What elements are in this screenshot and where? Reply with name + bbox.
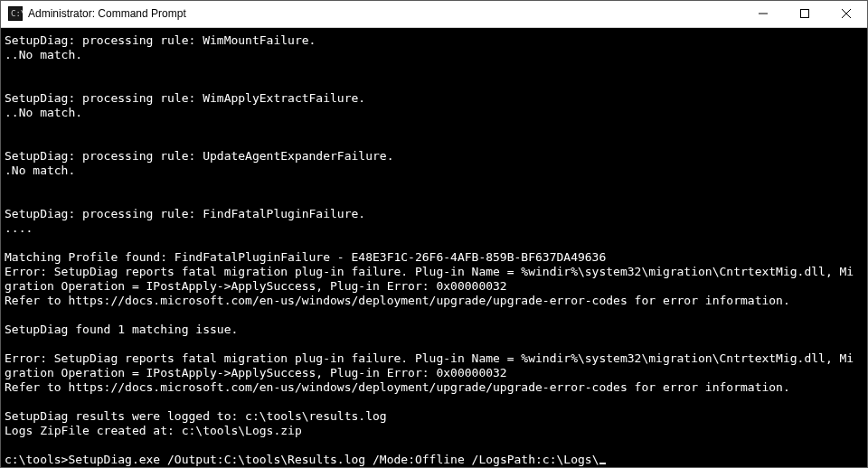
- console-line: [5, 120, 863, 135]
- console-line: [5, 236, 863, 250]
- console-line: [5, 395, 863, 409]
- minimize-button[interactable]: [742, 1, 784, 27]
- window-title: Administrator: Command Prompt: [28, 7, 186, 20]
- console-line: [5, 337, 863, 351]
- command-prompt-window: C:\ Administrator: Command Prompt SetupD…: [0, 0, 868, 468]
- maximize-button[interactable]: [784, 1, 826, 27]
- cmd-icon: C:\: [8, 6, 23, 21]
- console-line: ..No match.: [5, 48, 863, 62]
- console-line: [5, 135, 863, 149]
- console-line: SetupDiag results were logged to: c:\too…: [5, 409, 863, 424]
- prompt-text: c:\tools>: [5, 453, 68, 466]
- console-line: [5, 77, 863, 91]
- console-output-area[interactable]: SetupDiag: processing rule: WimMountFail…: [1, 28, 867, 467]
- command-text: SetupDiag.exe /Output:C:\tools\Results.l…: [68, 453, 599, 466]
- titlebar[interactable]: C:\ Administrator: Command Prompt: [1, 1, 867, 28]
- console-line: Logs ZipFile created at: c:\tools\Logs.z…: [5, 424, 863, 438]
- console-line: Refer to https://docs.microsoft.com/en-u…: [5, 380, 863, 395]
- console-line: Error: SetupDiag reports fatal migration…: [5, 265, 863, 279]
- console-prompt-line[interactable]: c:\tools>SetupDiag.exe /Output:C:\tools\…: [5, 453, 863, 467]
- console-line: Refer to https://docs.microsoft.com/en-u…: [5, 294, 863, 308]
- console-line: .No match.: [5, 164, 863, 178]
- text-cursor: [599, 463, 606, 464]
- console-line: SetupDiag: processing rule: FindFatalPlu…: [5, 207, 863, 221]
- console-line: SetupDiag: processing rule: WimMountFail…: [5, 33, 863, 48]
- console-line: [5, 178, 863, 192]
- console-line: Matching Profile found: FindFatalPluginF…: [5, 250, 863, 265]
- window-controls: [742, 1, 867, 27]
- svg-rect-4: [801, 10, 809, 18]
- console-line: ....: [5, 221, 863, 236]
- console-line: [5, 438, 863, 453]
- console-line: gration Operation = IPostApply->ApplySuc…: [5, 366, 863, 380]
- console-line: [5, 192, 863, 207]
- console-line: ..No match.: [5, 106, 863, 120]
- close-button[interactable]: [826, 1, 867, 27]
- console-line: SetupDiag: processing rule: UpdateAgentE…: [5, 149, 863, 164]
- console-line: SetupDiag: processing rule: WimApplyExtr…: [5, 91, 863, 106]
- console-line: [5, 62, 863, 77]
- console-line: Error: SetupDiag reports fatal migration…: [5, 351, 863, 366]
- svg-text:C:\: C:\: [11, 9, 23, 18]
- console-line: [5, 308, 863, 323]
- console-line: gration Operation = IPostApply->ApplySuc…: [5, 279, 863, 294]
- console-line: SetupDiag found 1 matching issue.: [5, 323, 863, 337]
